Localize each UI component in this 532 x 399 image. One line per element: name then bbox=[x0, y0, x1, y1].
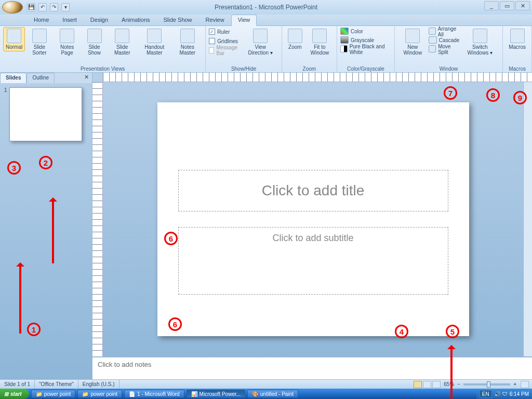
normal-view-button[interactable]: Normal bbox=[3, 27, 25, 51]
taskbar-item[interactable]: 📊 Microsoft Power... bbox=[187, 390, 245, 398]
tab-design[interactable]: Design bbox=[84, 15, 115, 25]
message-bar-checkbox: Message Bar bbox=[209, 46, 241, 55]
group-zoom: Zoom Fit to Window Zoom bbox=[282, 26, 337, 72]
ribbon-tabs: Home Insert Design Animations Slide Show… bbox=[0, 15, 532, 26]
tray-icon[interactable]: 🛡 bbox=[502, 391, 508, 397]
tab-view[interactable]: View bbox=[231, 15, 257, 26]
group-show-hide: ✓Ruler Gridlines Message Bar View Direct… bbox=[206, 26, 282, 72]
slide-thumbnail[interactable] bbox=[9, 87, 82, 141]
status-slide-number: Slide 1 of 1 bbox=[0, 380, 35, 389]
close-button[interactable]: ✕ bbox=[515, 1, 530, 10]
title-placeholder[interactable]: Click to add title bbox=[178, 170, 448, 211]
taskbar-item[interactable]: 📁 power point bbox=[77, 390, 122, 398]
fit-to-window-button[interactable]: Fit to Window bbox=[306, 27, 334, 57]
group-color-grayscale: Color Grayscale Pure Black and White Col… bbox=[337, 26, 395, 72]
slideshow-view-shortcut[interactable] bbox=[432, 381, 441, 388]
editor-area: Click to add title Click to add subtitle… bbox=[92, 73, 532, 379]
slides-pane: Slides Outline ✕ 1 bbox=[0, 73, 92, 379]
color-option[interactable]: Color bbox=[340, 27, 391, 36]
taskbar-item[interactable]: 📄 1 - Microsoft Word bbox=[124, 390, 184, 398]
vertical-ruler[interactable] bbox=[92, 82, 103, 356]
taskbar: ⊞ start 📁 power point 📁 power point 📄 1 … bbox=[0, 389, 532, 399]
vertical-scrollbar[interactable] bbox=[523, 82, 532, 356]
zoom-button[interactable]: Zoom bbox=[285, 27, 305, 51]
zoom-slider[interactable] bbox=[463, 383, 510, 385]
subtitle-placeholder[interactable]: Click to add subtitle bbox=[178, 227, 448, 295]
tab-review[interactable]: Review bbox=[199, 15, 231, 25]
undo-icon[interactable]: ↶ bbox=[38, 3, 47, 11]
redo-icon[interactable]: ↷ bbox=[50, 3, 58, 11]
view-direction-button[interactable]: View Direction ▾ bbox=[242, 27, 278, 57]
group-window: New Window Arrange All Cascade Move Spli… bbox=[395, 26, 503, 72]
tab-slide-show[interactable]: Slide Show bbox=[157, 15, 199, 25]
ribbon: Normal Slide Sorter Notes Page Slide Sho… bbox=[0, 26, 532, 73]
office-button[interactable] bbox=[2, 1, 23, 14]
save-icon[interactable]: 💾 bbox=[27, 3, 35, 11]
start-button[interactable]: ⊞ start bbox=[0, 389, 29, 399]
handout-master-button[interactable]: Handout Master bbox=[137, 27, 171, 57]
notes-pane[interactable]: Click to add notes bbox=[92, 356, 532, 379]
workspace: Slides Outline ✕ 1 Click to add title Cl… bbox=[0, 73, 532, 379]
window-title: Presentation1 - Microsoft PowerPoint bbox=[215, 4, 317, 11]
notes-master-button[interactable]: Notes Master bbox=[172, 27, 202, 57]
slide-sorter-button[interactable]: Slide Sorter bbox=[26, 27, 52, 57]
slide-master-button[interactable]: Slide Master bbox=[108, 27, 136, 57]
arrange-all-button[interactable]: Arrange All bbox=[429, 27, 459, 36]
zoom-percent: 65% bbox=[444, 381, 454, 387]
tab-animations[interactable]: Animations bbox=[115, 15, 156, 25]
thumbnail-number: 1 bbox=[4, 87, 7, 141]
tab-home[interactable]: Home bbox=[27, 15, 56, 25]
status-theme: "Office Theme" bbox=[35, 380, 78, 389]
quick-access-toolbar: 💾 ↶ ↷ ▾ bbox=[27, 3, 70, 11]
system-tray: EN 🔊 🛡 6:14 PM bbox=[476, 389, 532, 399]
group-macros: Macros Macros bbox=[503, 26, 532, 72]
maximize-button[interactable]: ▭ bbox=[500, 1, 514, 10]
notes-page-button[interactable]: Notes Page bbox=[54, 27, 81, 57]
windows-logo-icon: ⊞ bbox=[4, 391, 8, 397]
title-bar: 💾 ↶ ↷ ▾ Presentation1 - Microsoft PowerP… bbox=[0, 0, 532, 15]
slides-tab[interactable]: Slides bbox=[0, 73, 26, 83]
fit-slide-button[interactable] bbox=[521, 381, 529, 388]
pure-bw-option[interactable]: Pure Black and White bbox=[340, 45, 391, 54]
minimize-button[interactable]: _ bbox=[484, 1, 499, 10]
macros-button[interactable]: Macros bbox=[506, 27, 528, 51]
status-language[interactable]: English (U.S.) bbox=[78, 380, 119, 389]
slide-show-button[interactable]: Slide Show bbox=[82, 27, 108, 57]
zoom-in-button[interactable]: + bbox=[513, 381, 516, 387]
sorter-view-shortcut[interactable] bbox=[423, 381, 431, 388]
language-indicator[interactable]: EN bbox=[480, 390, 492, 398]
normal-view-shortcut[interactable] bbox=[414, 381, 422, 388]
slide-canvas[interactable]: Click to add title Click to add subtitle bbox=[157, 102, 469, 336]
taskbar-item[interactable]: 🎨 untitled - Paint bbox=[247, 390, 298, 398]
ruler-checkbox[interactable]: ✓Ruler bbox=[209, 27, 241, 36]
switch-windows-button[interactable]: Switch Windows ▾ bbox=[460, 27, 499, 57]
pane-close-icon[interactable]: ✕ bbox=[81, 73, 92, 83]
qat-dropdown-icon[interactable]: ▾ bbox=[61, 3, 70, 11]
move-split-button[interactable]: Move Split bbox=[429, 45, 459, 54]
group-presentation-views: Normal Slide Sorter Notes Page Slide Sho… bbox=[0, 26, 206, 72]
new-window-button[interactable]: New Window bbox=[398, 27, 428, 57]
status-bar: Slide 1 of 1 "Office Theme" English (U.S… bbox=[0, 379, 532, 389]
zoom-out-button[interactable]: − bbox=[457, 381, 460, 387]
tray-icon[interactable]: 🔊 bbox=[494, 391, 500, 397]
clock[interactable]: 6:14 PM bbox=[510, 391, 529, 397]
tab-insert[interactable]: Insert bbox=[56, 15, 84, 25]
horizontal-ruler[interactable] bbox=[103, 73, 532, 82]
outline-tab[interactable]: Outline bbox=[26, 73, 55, 83]
taskbar-item[interactable]: 📁 power point bbox=[31, 390, 76, 398]
